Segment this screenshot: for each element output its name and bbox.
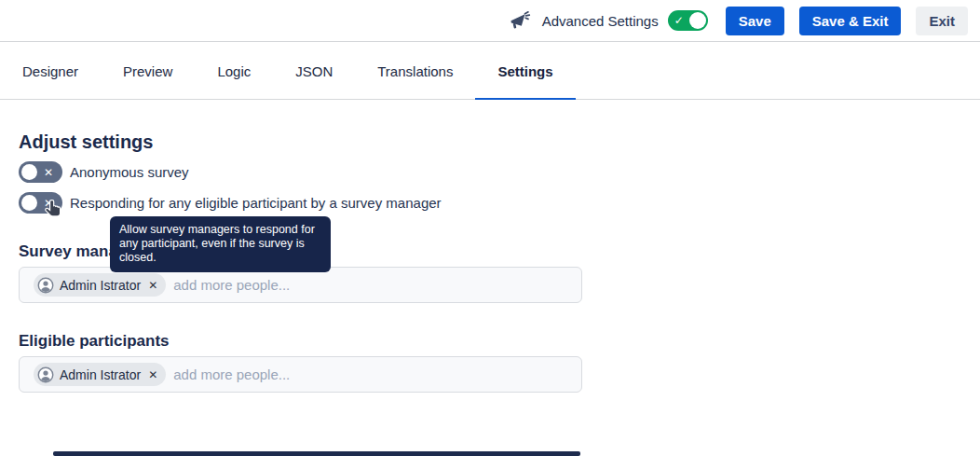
survey-managers-input[interactable]	[173, 277, 581, 293]
tab-designer[interactable]: Designer	[0, 42, 101, 100]
person-icon	[37, 277, 54, 294]
cross-icon: ✕	[44, 197, 53, 208]
anonymous-survey-row: ✕ Anonymous survey	[19, 161, 980, 183]
exit-button[interactable]: Exit	[916, 7, 968, 35]
person-name: Admin Istrator	[60, 278, 141, 293]
person-chip: Admin Istrator ✕	[34, 273, 166, 297]
toggle-knob	[21, 164, 37, 180]
person-name: Admin Istrator	[60, 367, 141, 382]
toggle-tooltip: Allow survey managers to respond for any…	[110, 216, 331, 272]
manager-responding-label: Responding for any eligible participant …	[70, 195, 442, 211]
manager-responding-row: ✕ Responding for any eligible participan…	[19, 192, 980, 214]
advanced-settings-label: Advanced Settings	[542, 13, 659, 29]
page-title: Adjust settings	[19, 131, 980, 153]
cross-icon: ✕	[44, 166, 53, 177]
top-action-bar: Advanced Settings ✓ Save Save & Exit Exi…	[0, 0, 980, 42]
tab-logic[interactable]: Logic	[195, 42, 273, 100]
tab-settings[interactable]: Settings	[475, 42, 575, 100]
save-and-exit-button[interactable]: Save & Exit	[799, 7, 902, 35]
person-icon	[37, 366, 54, 383]
tab-preview[interactable]: Preview	[101, 42, 195, 100]
check-icon: ✓	[674, 15, 684, 26]
eligible-participants-input[interactable]	[173, 366, 581, 382]
manager-responding-toggle[interactable]: ✕	[19, 192, 62, 214]
toggle-knob	[21, 195, 37, 211]
advanced-settings-toggle[interactable]: ✓	[668, 10, 708, 31]
toggle-knob	[689, 12, 706, 29]
megaphone-icon	[509, 9, 531, 32]
horizontal-scrollbar-thumb[interactable]	[53, 451, 580, 456]
anonymous-survey-label: Anonymous survey	[70, 164, 189, 180]
settings-panel: Adjust settings ✕ Anonymous survey ✕ Res…	[0, 100, 980, 393]
person-chip: Admin Istrator ✕	[34, 363, 166, 386]
chip-remove-icon[interactable]: ✕	[148, 280, 157, 291]
eligible-participants-section: Eligible participants Admin Istrator ✕	[19, 331, 980, 393]
chip-remove-icon[interactable]: ✕	[148, 369, 157, 380]
eligible-participants-heading: Eligible participants	[19, 331, 980, 352]
tab-json[interactable]: JSON	[273, 42, 355, 100]
anonymous-survey-toggle[interactable]: ✕	[19, 161, 62, 183]
tab-translations[interactable]: Translations	[355, 42, 475, 100]
save-button[interactable]: Save	[726, 7, 784, 35]
eligible-participants-picker[interactable]: Admin Istrator ✕	[19, 356, 582, 393]
tab-bar: Designer Preview Logic JSON Translations…	[0, 42, 980, 100]
